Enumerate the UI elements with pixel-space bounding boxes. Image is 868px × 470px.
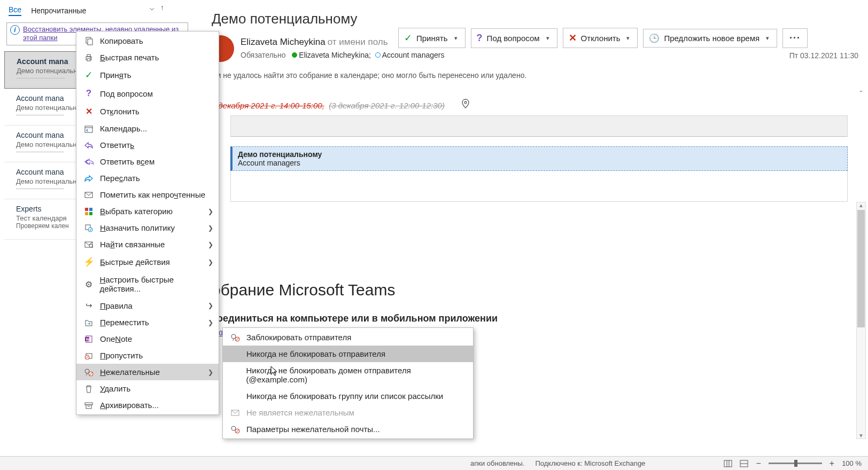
chevron-right-icon: ❯ bbox=[208, 319, 213, 326]
ctx-label: Переслать bbox=[100, 174, 140, 183]
ctx-label: Архивировать... bbox=[100, 401, 159, 410]
ctx-fwd[interactable]: Переслать bbox=[76, 170, 219, 186]
subctx-item[interactable]: Никогда не блокировать группу или список… bbox=[223, 388, 473, 404]
block-icon bbox=[230, 333, 240, 342]
required-label: Обязательно bbox=[241, 51, 286, 59]
message-item[interactable]: Account mana Демо потенциально bbox=[4, 51, 79, 89]
context-menu[interactable]: Копировать Быстрая печать ✓ Принять ? По… bbox=[76, 31, 219, 415]
message-title: Experts bbox=[16, 205, 75, 213]
zoom-plus-icon[interactable]: + bbox=[830, 459, 834, 468]
print-icon bbox=[84, 53, 94, 62]
view-normal-icon[interactable] bbox=[724, 460, 732, 467]
subctx-item[interactable]: Никогда не блокировать отправителя bbox=[223, 346, 473, 362]
chevron-right-icon: ❯ bbox=[208, 208, 213, 215]
ctx-find[interactable]: Найти связанные ❯ bbox=[76, 236, 219, 253]
calendar-strip bbox=[230, 115, 848, 137]
message-item[interactable]: Account mana Демо потенциально bbox=[4, 126, 79, 162]
ctx-check[interactable]: ✓ Принять bbox=[76, 66, 219, 84]
ctx-rules[interactable]: ↪ Правила ❯ bbox=[76, 297, 219, 314]
svg-rect-10 bbox=[89, 208, 92, 211]
ctx-label: Назначить политику bbox=[100, 223, 175, 232]
chevron-down-icon[interactable]: ⌵ bbox=[150, 3, 154, 12]
svg-rect-11 bbox=[85, 212, 88, 215]
message-item[interactable]: Account mana Демо потенциально bbox=[4, 162, 79, 199]
scrollbar[interactable]: ▲▼ bbox=[856, 202, 866, 439]
ctx-label: OneNote bbox=[100, 334, 132, 343]
check-icon: ✓ bbox=[404, 32, 412, 44]
del-icon bbox=[84, 385, 94, 393]
chevron-right-icon: ❯ bbox=[208, 369, 213, 376]
zoom-value: 100 % bbox=[842, 459, 862, 467]
calendar-event-block[interactable]: Демо потенциальному Account managers bbox=[230, 146, 848, 171]
status-connected: Подключено к: Microsoft Exchange bbox=[535, 459, 645, 467]
ctx-skip[interactable]: Пропустить bbox=[76, 347, 219, 364]
ctx-replyall[interactable]: Ответить всем bbox=[76, 153, 219, 170]
subctx-item[interactable]: Никогда не блокировать домен отправителя… bbox=[223, 362, 473, 388]
ctx-label: Выбрать категорию bbox=[100, 207, 173, 216]
ctx-archive[interactable]: Архивировать... bbox=[76, 397, 219, 413]
attendee-1: Elizaveta Micheykina; bbox=[299, 51, 371, 59]
ctx-gear[interactable]: ⚙ Настроить быстрые действия... bbox=[76, 271, 219, 297]
ctx-cat[interactable]: Выбрать категорию ❯ bbox=[76, 203, 219, 220]
collapse-up-icon[interactable]: ˆ bbox=[856, 90, 866, 98]
replyall-icon bbox=[84, 158, 94, 166]
ctx-bolt[interactable]: ⚡ Быстрые действия ❯ bbox=[76, 253, 219, 271]
message-preview: Проверяем кален bbox=[16, 222, 75, 230]
bolt-icon: ⚡ bbox=[84, 256, 94, 268]
ctx-move[interactable]: Переместить ❯ bbox=[76, 314, 219, 331]
status-folders-updated: апки обновлены. bbox=[470, 459, 524, 467]
ctx-x[interactable]: ✕ Отклонить bbox=[76, 103, 219, 120]
ctx-junk[interactable]: Нежелательные ❯ bbox=[76, 364, 219, 380]
svg-point-24 bbox=[85, 369, 89, 373]
meeting-time-old: (3 декабря 2021 г. 12:00-12:30) bbox=[329, 101, 445, 110]
ctx-policy[interactable]: Назначить политику ❯ bbox=[76, 220, 219, 236]
ctx-ques[interactable]: ? Под вопросом bbox=[76, 84, 219, 103]
subctx-item[interactable]: Параметры нежелательной почты... bbox=[223, 421, 473, 437]
message-item[interactable]: Experts Тест календаря Проверяем кален bbox=[4, 199, 79, 240]
event-location: Account managers bbox=[238, 159, 842, 167]
ques-icon: ? bbox=[84, 88, 94, 99]
presence-online-icon bbox=[292, 52, 297, 58]
ctx-onenote[interactable]: N OneNote bbox=[76, 331, 219, 347]
ctx-label: Настроить быстрые действия... bbox=[99, 275, 213, 293]
accept-button[interactable]: ✓Принять▾ bbox=[398, 28, 466, 48]
subctx-label: Параметры нежелательной почты... bbox=[246, 425, 380, 434]
filter-unread[interactable]: Непрочитанные bbox=[31, 6, 86, 15]
subctx-item: Не является нежелательным bbox=[223, 404, 473, 421]
ctx-reply[interactable]: Ответить bbox=[76, 137, 219, 153]
propose-time-button[interactable]: 🕒Предложить новое время▾ bbox=[643, 29, 777, 48]
tentative-button[interactable]: ?Под вопросом▾ bbox=[471, 28, 557, 48]
move-icon bbox=[84, 319, 94, 326]
zoom-minus-icon[interactable]: − bbox=[756, 459, 761, 468]
zoom-slider[interactable] bbox=[769, 463, 822, 464]
ctx-del[interactable]: Удалить bbox=[76, 380, 219, 397]
message-subject: Демо потенциально bbox=[16, 177, 75, 185]
ctx-print[interactable]: Быстрая печать bbox=[76, 49, 219, 66]
ctx-label: Быстрые действия bbox=[100, 257, 170, 267]
presence-open-icon bbox=[375, 52, 381, 58]
meeting-title: Демо потенциальному bbox=[212, 11, 864, 27]
ctx-label: Пропустить bbox=[100, 351, 143, 360]
filter-all[interactable]: Все bbox=[9, 5, 21, 16]
view-reading-icon[interactable] bbox=[740, 460, 748, 467]
find-icon bbox=[84, 241, 94, 248]
message-subject: Тест календаря bbox=[16, 214, 75, 222]
sender-name: Elizaveta Micheykina bbox=[241, 37, 326, 47]
ctx-cal[interactable]: Календарь... bbox=[76, 120, 219, 137]
arrow-up-icon[interactable]: ↑ bbox=[160, 3, 164, 12]
junk-submenu[interactable]: Заблокировать отправителя Никогда не бло… bbox=[222, 327, 474, 439]
scrollbar-thumb[interactable] bbox=[857, 210, 865, 327]
decline-button[interactable]: ✕Отклонить▾ bbox=[563, 28, 638, 48]
svg-rect-27 bbox=[85, 403, 92, 405]
event-title: Демо потенциальному bbox=[238, 150, 842, 159]
svg-rect-3 bbox=[87, 54, 90, 57]
junk-icon bbox=[84, 368, 94, 377]
ctx-label: Ответить всем bbox=[100, 157, 154, 166]
ctx-copy[interactable]: Копировать bbox=[76, 33, 219, 49]
more-actions-button[interactable]: ··· bbox=[782, 28, 808, 48]
subctx-item[interactable]: Заблокировать отправителя bbox=[223, 329, 473, 346]
message-item[interactable]: Account mana Демо потенциально bbox=[4, 89, 79, 126]
chevron-right-icon: ❯ bbox=[208, 241, 213, 248]
subctx-label: Никогда не блокировать домен отправителя… bbox=[246, 366, 468, 384]
ctx-mail[interactable]: Пометить как непрочтенные bbox=[76, 186, 219, 203]
